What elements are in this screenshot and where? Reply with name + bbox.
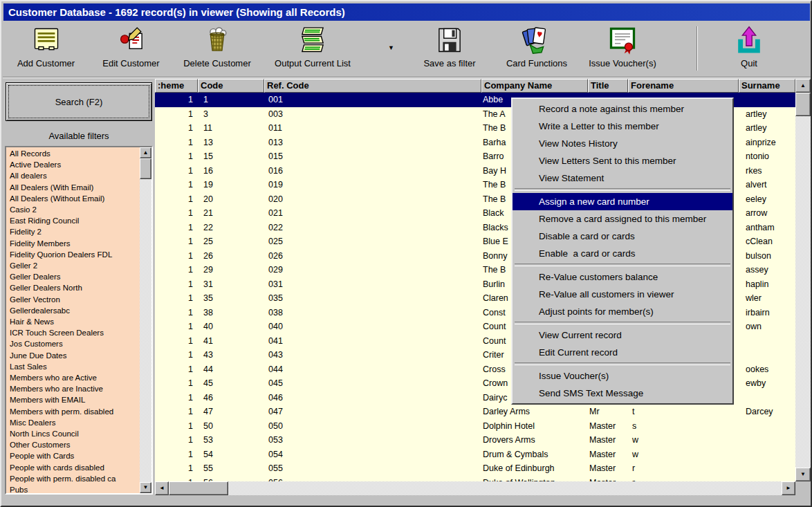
context-menu-item[interactable]: Record a note against this member	[513, 100, 732, 118]
filter-item[interactable]: Misc Dealers	[8, 417, 138, 428]
cell-scheme: 1	[155, 433, 198, 448]
cell-scheme: 1	[155, 178, 198, 192]
column-header-ref-code[interactable]: Ref. Code	[264, 79, 481, 93]
scroll-right-button[interactable]: ►	[782, 481, 795, 495]
filter-item[interactable]: All Records	[8, 148, 138, 159]
context-menu-item[interactable]: Write a Letter to this member	[513, 118, 732, 135]
filter-item[interactable]: People with perm. disabled ca	[8, 473, 138, 484]
filter-item[interactable]: June Due Dates	[8, 350, 138, 361]
scroll-up-button[interactable]: ▲	[140, 147, 151, 158]
edit-customer-button[interactable]: Edit Customer	[91, 25, 171, 75]
cell-code: 13	[198, 136, 264, 150]
filter-item[interactable]: Geller 2	[8, 260, 138, 271]
filter-item[interactable]: All Dealers (Without Email)	[8, 193, 138, 204]
cell-scheme: 1	[155, 362, 198, 377]
column-header-title[interactable]: Title	[588, 79, 628, 93]
context-menu-item[interactable]: View Statement	[513, 169, 732, 187]
table-row[interactable]: 1 47 047 Darley Arms Mr t Darcey	[155, 405, 795, 419]
filter-item[interactable]: People with cards disabled	[8, 462, 138, 473]
column-header-company-name[interactable]: Company Name	[481, 79, 588, 93]
filter-item[interactable]: Members with perm. disabled	[8, 406, 138, 417]
filter-item[interactable]: Members who are Active	[8, 372, 138, 383]
cell-scheme: 1	[155, 291, 198, 306]
filter-item[interactable]: Last Sales	[8, 361, 138, 372]
filter-item[interactable]: Jos Customers	[8, 338, 138, 349]
column-header-scheme[interactable]: :heme	[155, 79, 198, 93]
output-list-dropdown-arrow[interactable]: ▼	[388, 44, 394, 51]
context-menu-item[interactable]: Send SMS Text Message	[513, 385, 732, 402]
cell-ref-code: 016	[264, 164, 481, 178]
filter-item[interactable]: Other Customers	[8, 439, 138, 450]
table-row[interactable]: 1 50 050 Dolphin Hotel Master s	[155, 419, 795, 434]
table-row[interactable]: 1 56 056 Duke of Wellington Master r	[155, 476, 795, 482]
context-menu-item[interactable]: Re-Value all customers in viewer	[513, 286, 732, 303]
context-menu-item[interactable]: Issue Voucher(s)	[513, 367, 732, 385]
context-menu-item[interactable]: Re-Value customers balance	[513, 268, 732, 286]
add-customer-button[interactable]: Add Customer	[6, 25, 86, 75]
column-header-code[interactable]: Code	[198, 79, 264, 93]
delete-customer-button[interactable]: Delete Customer	[176, 25, 259, 75]
filter-item[interactable]: North Lincs Council	[8, 428, 138, 439]
scroll-thumb[interactable]	[140, 158, 151, 179]
filter-item[interactable]: Hair & News	[8, 316, 138, 327]
context-menu-item[interactable]: View Notes History	[513, 135, 732, 152]
filter-list-scrollbar[interactable]: ▲ ▼	[140, 147, 151, 493]
filter-item[interactable]: Members who are Inactive	[8, 383, 138, 394]
cell-code: 1	[198, 93, 264, 107]
filter-item[interactable]: Gellerdealersabc	[8, 305, 138, 316]
cell-ref-code: 054	[264, 448, 481, 462]
filter-item[interactable]: Geller Dealers	[8, 271, 138, 282]
quit-button[interactable]: Quit	[722, 25, 776, 75]
toolbar-button-label: Add Customer	[6, 58, 86, 68]
column-header-forename[interactable]: Forename	[628, 79, 739, 93]
cell-ref-code: 043	[264, 348, 481, 362]
filter-item[interactable]: East Riding Council	[8, 215, 138, 226]
filter-item[interactable]: People with Cards	[8, 450, 138, 461]
window-titlebar[interactable]: Customer Database - 1692 record(s) in vi…	[3, 3, 810, 21]
scroll-down-button[interactable]: ▼	[140, 482, 151, 493]
scroll-up-button[interactable]: ▲	[795, 79, 811, 93]
context-menu-item-label: Re-Value all customers in viewer	[539, 289, 674, 299]
table-row[interactable]: 1 55 055 Duke of Edinburgh Master r	[155, 461, 795, 476]
filter-item[interactable]: Geller Vectron	[8, 294, 138, 305]
card-functions-button[interactable]: Card Functions	[496, 25, 578, 75]
filter-item[interactable]: Fidelity 2	[8, 226, 138, 237]
cell-ref-code: 050	[264, 419, 481, 434]
filter-item[interactable]: Active Dealers	[8, 159, 138, 170]
grid-horizontal-scrollbar[interactable]: ◄ ►	[155, 481, 795, 495]
filter-item[interactable]: Casio 2	[8, 204, 138, 215]
context-menu-item[interactable]: View Letters Sent to this member	[513, 152, 732, 169]
column-header-surname[interactable]: Surname	[739, 79, 795, 93]
context-menu-item[interactable]: Adjust points for member(s)	[513, 303, 732, 320]
scroll-thumb[interactable]	[795, 93, 811, 116]
filter-item[interactable]: Geller Dealers North	[8, 282, 138, 293]
save-as-filter-button[interactable]: Save as filter	[411, 25, 488, 75]
context-menu-item[interactable]: Enable a card or cards	[513, 245, 732, 262]
filter-item[interactable]: ICR Touch Screen Dealers	[8, 327, 138, 338]
cell-company-name: Drovers Arms	[481, 433, 588, 448]
scroll-left-button[interactable]: ◄	[155, 481, 169, 495]
context-menu-item[interactable]: Disable a card or cards	[513, 228, 732, 245]
grid-vertical-scrollbar[interactable]: ▲ ▼	[795, 79, 811, 481]
filter-item[interactable]: All dealers	[8, 170, 138, 181]
output-current-list-button[interactable]: Output Current List	[268, 25, 358, 75]
cell-scheme: 1	[155, 476, 198, 482]
cell-scheme: 1	[155, 263, 198, 277]
context-menu-item[interactable]: View Current record	[513, 326, 732, 344]
context-menu-item[interactable]: Remove a card assigned to this member	[513, 210, 732, 228]
cell-code: 40	[198, 320, 264, 334]
filter-item[interactable]: Members with EMAIL	[8, 394, 138, 405]
filter-item[interactable]: All Dealers (With Email)	[8, 182, 138, 193]
filter-item[interactable]: Fidelity Members	[8, 238, 138, 249]
table-row[interactable]: 1 54 054 Drum & Cymbals Master w	[155, 448, 795, 462]
filter-item[interactable]: Fidelity Quorion Dealers FDL	[8, 249, 138, 260]
table-row[interactable]: 1 53 053 Drovers Arms Master w	[155, 433, 795, 448]
search-button[interactable]: Search (F2)	[6, 82, 152, 121]
cell-surname	[739, 348, 795, 362]
filter-item[interactable]: Pubs	[8, 484, 138, 492]
scroll-thumb[interactable]	[169, 481, 228, 495]
context-menu-item[interactable]: Edit Current record	[513, 344, 732, 361]
scroll-down-button[interactable]: ▼	[795, 468, 811, 481]
context-menu-item[interactable]: Assign a new card number	[513, 193, 732, 210]
issue-voucher-button[interactable]: Issue Voucher(s)	[581, 25, 664, 75]
